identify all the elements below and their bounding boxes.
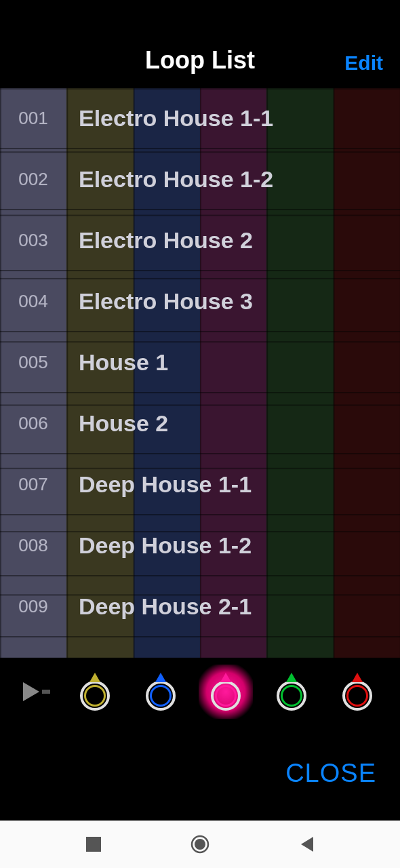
list-item[interactable]: 001Electro House 1-1 [0,88,400,149]
header: Loop List Edit [0,0,400,88]
loop-name: Electro House 1-2 [66,166,273,193]
ring-icon [277,681,306,711]
svg-marker-0 [23,682,39,701]
loop-index: 009 [0,596,66,617]
svg-point-4 [195,839,205,850]
triangle-icon [352,673,363,682]
page-title: Loop List [145,46,255,75]
close-area: CLOSE [0,726,400,821]
recent-apps-button[interactable] [80,831,107,858]
triangle-icon [89,673,100,682]
loop-name: Electro House 1-1 [66,105,273,132]
loop-index: 008 [0,535,66,556]
loop-name: Deep House 1-1 [66,471,252,498]
loop-name: House 2 [66,410,168,437]
android-nav-bar [0,821,400,868]
list-item[interactable]: 008Deep House 1-2 [0,515,400,576]
svg-rect-1 [42,690,50,694]
edit-button[interactable]: Edit [344,52,383,75]
home-button[interactable] [186,831,214,858]
svg-marker-5 [301,837,313,852]
loop-name: Deep House 2-1 [66,593,252,620]
close-button[interactable]: CLOSE [285,759,376,788]
loop-name: Deep House 1-2 [66,532,252,559]
loop-index: 002 [0,169,66,190]
triangle-icon [220,673,231,682]
color-select-green[interactable] [264,665,319,719]
loop-name: House 1 [66,349,168,376]
play-button[interactable] [16,679,56,704]
color-select-red[interactable] [330,665,384,719]
svg-rect-2 [86,837,101,852]
back-button[interactable] [293,831,320,858]
loop-index: 004 [0,291,66,312]
triangle-icon [155,673,166,682]
loop-list-area: 001Electro House 1-1002Electro House 1-2… [0,88,400,658]
ring-icon [146,681,176,711]
loop-index: 006 [0,413,66,434]
list-item[interactable]: 005House 1 [0,332,400,393]
loop-index: 007 [0,474,66,495]
ring-icon [342,681,372,711]
list-item[interactable]: 002Electro House 1-2 [0,149,400,210]
color-select-pink[interactable] [199,665,253,719]
loop-list[interactable]: 001Electro House 1-1002Electro House 1-2… [0,88,400,658]
ring-icon [211,681,241,711]
loop-name: Electro House 3 [66,288,253,315]
color-select-blue[interactable] [134,665,188,719]
list-item[interactable]: 004Electro House 3 [0,271,400,332]
control-bar [0,658,400,726]
list-item[interactable]: 003Electro House 2 [0,210,400,271]
list-item[interactable]: 009Deep House 2-1 [0,576,400,637]
loop-name: Electro House 2 [66,227,253,254]
loop-index: 005 [0,352,66,373]
loop-index: 001 [0,108,66,129]
list-item[interactable]: 006House 2 [0,393,400,454]
ring-icon [80,681,110,711]
triangle-icon [286,673,297,682]
list-item[interactable]: 007Deep House 1-1 [0,454,400,515]
loop-index: 003 [0,230,66,251]
color-select-yellow[interactable] [68,665,122,719]
